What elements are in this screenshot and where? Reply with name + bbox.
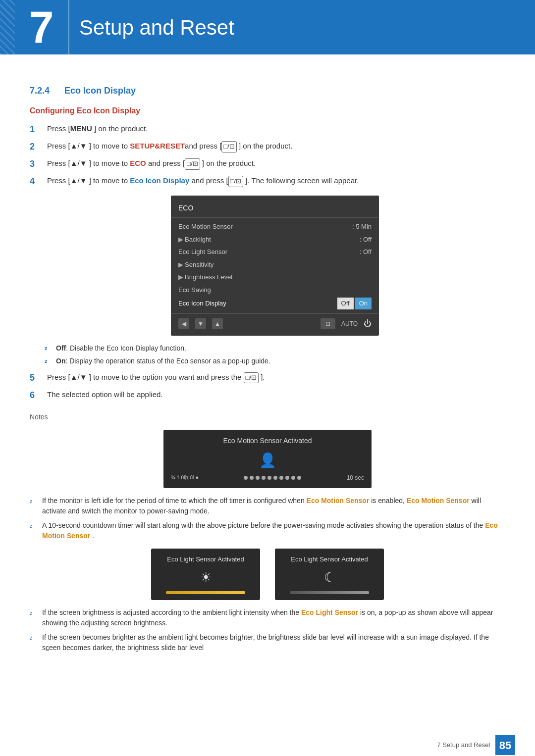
dot-3 xyxy=(256,476,260,480)
btn-icon-3: □/⊡ xyxy=(185,158,200,170)
popup-timer-row: ¾ ɬ ùiþɟúi ● 10 sec xyxy=(171,473,364,482)
light-sensor-diagrams: Eco Light Sensor Activated ☀ Eco Light S… xyxy=(30,549,505,601)
backlight-value: : Off xyxy=(360,235,372,245)
option-on-text: On: Display the operation status of the … xyxy=(56,356,270,366)
eco-menu-monitor-btn: ⊡ xyxy=(321,318,335,329)
eco-icon-display-ref: Eco Icon Display xyxy=(128,176,189,185)
option-off-text: Off: Disable the Eco Icon Display functi… xyxy=(56,343,186,353)
eco-menu-row-backlight: ▶Backlight : Off xyxy=(171,233,379,246)
sensitivity-label: ▶Sensitivity xyxy=(178,260,214,270)
steps-list: 1 Press [MENU ] on the product. 2 Press … xyxy=(30,123,505,188)
options-list: z Off: Disable the Eco Icon Display func… xyxy=(45,343,505,366)
step-3: 3 Press [▲/▼ ] to move to ECO and press … xyxy=(30,157,505,171)
light-sensor-moon-box: Eco Light Sensor Activated ☾ xyxy=(275,549,384,601)
timer-left-text: ¾ ɬ ùiþɟúi ● xyxy=(171,473,199,482)
moon-icon: ☾ xyxy=(280,568,379,587)
note-item-3: z If the screen brightness is adjusted a… xyxy=(30,607,505,628)
light-sensor-sun-bar xyxy=(166,591,245,594)
eco-light-ref-1: Eco Light Sensor xyxy=(299,608,358,616)
section-number: 7.2.4 xyxy=(30,86,50,96)
step-6: 6 The selected option will be applied. xyxy=(30,389,505,402)
dot-6 xyxy=(273,476,277,480)
brightness-label: ▶Brightness Level xyxy=(178,272,232,282)
main-content: 7.2.4 Eco Icon Display Configuring Eco I… xyxy=(0,54,535,697)
note-bullet-2: z xyxy=(30,522,40,530)
arrow-icon-backlight: ▶ xyxy=(178,236,183,243)
arrow-icon-sensitivity: ▶ xyxy=(178,261,183,268)
chapter-number: 7 xyxy=(15,0,69,54)
note-text-1: If the monitor is left idle for the peri… xyxy=(42,496,505,516)
note-text-4: If the screen becomes brighter as the am… xyxy=(42,632,505,653)
eco-icon-display-label: Eco Icon Display xyxy=(178,299,226,308)
popup-diagram-title: Eco Motion Sensor Activated xyxy=(171,436,364,446)
btn-icon-2: □/⊡ xyxy=(221,141,236,152)
step-number-1: 1 xyxy=(30,123,45,136)
eco-motion-ref-3: Eco Motion Sensor xyxy=(42,521,498,540)
dot-5 xyxy=(268,476,271,480)
eco-ref: ECO xyxy=(128,159,146,167)
light-sensor-moon-bar xyxy=(290,591,369,594)
step-text-2: Press [▲/▼ ] to move to SETUP&RESETand p… xyxy=(47,140,292,152)
z-bullet-off: z xyxy=(45,344,54,353)
step-number-6: 6 xyxy=(30,389,45,402)
dot-2 xyxy=(250,476,254,480)
eco-menu: ECO Eco Motion Sensor : 5 Min ▶Backlight… xyxy=(171,196,379,336)
eco-menu-row-brightness: ▶Brightness Level xyxy=(171,271,379,284)
z-bullet-on: z xyxy=(45,357,54,365)
dot-1 xyxy=(244,476,248,480)
page-title: Setup and Reset xyxy=(79,12,234,43)
step-text-3: Press [▲/▼ ] to move to ECO and press [□… xyxy=(47,157,256,170)
step-number-5: 5 xyxy=(30,371,45,385)
option-on-item: z On: Display the operation status of th… xyxy=(45,356,505,366)
section-title: Eco Icon Display xyxy=(64,86,136,96)
eco-menu-bottom-bar: ◀ ▼ ▲ ⊡ AUTO ⏻ xyxy=(171,313,379,331)
backlight-label: ▶Backlight xyxy=(178,235,211,245)
step-text-6: The selected option will be applied. xyxy=(47,389,162,401)
note-items-light: z If the screen brightness is adjusted a… xyxy=(30,607,505,653)
step-4: 4 Press [▲/▼ ] to move to Eco Icon Displ… xyxy=(30,175,505,188)
dot-7 xyxy=(279,476,283,480)
eco-motion-ref-1: Eco Motion Sensor xyxy=(305,497,370,504)
sun-icon: ☀ xyxy=(156,568,255,587)
off-label: Off xyxy=(56,344,66,352)
btn-icon-5: □/⊡ xyxy=(244,372,259,384)
eco-menu-left-btn: ◀ xyxy=(178,318,189,329)
popup-dots xyxy=(244,476,301,480)
dot-10 xyxy=(297,476,301,480)
on-label: On xyxy=(56,357,65,365)
note-bullet-3: z xyxy=(30,609,40,617)
eco-menu-auto-label: AUTO xyxy=(341,319,358,328)
section-heading: 7.2.4 Eco Icon Display xyxy=(30,84,505,98)
eco-icon-off-option: Off xyxy=(337,298,354,309)
setup-reset-ref: SETUP&RESET xyxy=(128,142,185,150)
step-text-4: Press [▲/▼ ] to move to Eco Icon Display… xyxy=(47,175,359,187)
eco-icon-display-options: Off On xyxy=(337,298,372,309)
notes-label: Notes xyxy=(30,412,505,422)
steps-list-2: 5 Press [▲/▼ ] to move to the option you… xyxy=(30,371,505,402)
eco-menu-row-icon-display: Eco Icon Display Off On xyxy=(171,296,379,311)
eco-menu-row-sensitivity: ▶Sensitivity xyxy=(171,258,379,271)
eco-saving-label: Eco Saving xyxy=(178,285,211,295)
eco-menu-title: ECO xyxy=(171,201,379,218)
dot-9 xyxy=(291,476,295,480)
step-1: 1 Press [MENU ] on the product. xyxy=(30,123,505,136)
step-number-2: 2 xyxy=(30,140,45,153)
note-text-3: If the screen brightness is adjusted acc… xyxy=(42,607,505,628)
light-sensor-sun-box: Eco Light Sensor Activated ☀ xyxy=(151,549,260,601)
eco-menu-row-light-sensor: Eco Light Sensor : Off xyxy=(171,246,379,258)
option-off-item: z Off: Disable the Eco Icon Display func… xyxy=(45,343,505,353)
note-bullet-1: z xyxy=(30,497,40,505)
timer-right-text: 10 sec xyxy=(347,473,364,482)
eco-menu-row-saving: Eco Saving xyxy=(171,284,379,297)
arrow-icon-brightness: ▶ xyxy=(178,273,183,281)
note-bullet-4: z xyxy=(30,634,40,642)
light-sensor-moon-title: Eco Light Sensor Activated xyxy=(280,554,379,564)
person-icon: 👤 xyxy=(171,450,364,471)
step-text-1: Press [MENU ] on the product. xyxy=(47,123,148,135)
eco-menu-container: ECO Eco Motion Sensor : 5 Min ▶Backlight… xyxy=(45,196,505,336)
eco-motion-popup: Eco Motion Sensor Activated 👤 ¾ ɬ ùiþɟúi… xyxy=(163,430,372,488)
light-sensor-sun-title: Eco Light Sensor Activated xyxy=(156,554,255,564)
note-item-4: z If the screen becomes brighter as the … xyxy=(30,632,505,653)
eco-menu-down-btn: ▼ xyxy=(195,318,206,329)
footer-chapter-ref: 7 Setup and Reset xyxy=(437,740,490,750)
